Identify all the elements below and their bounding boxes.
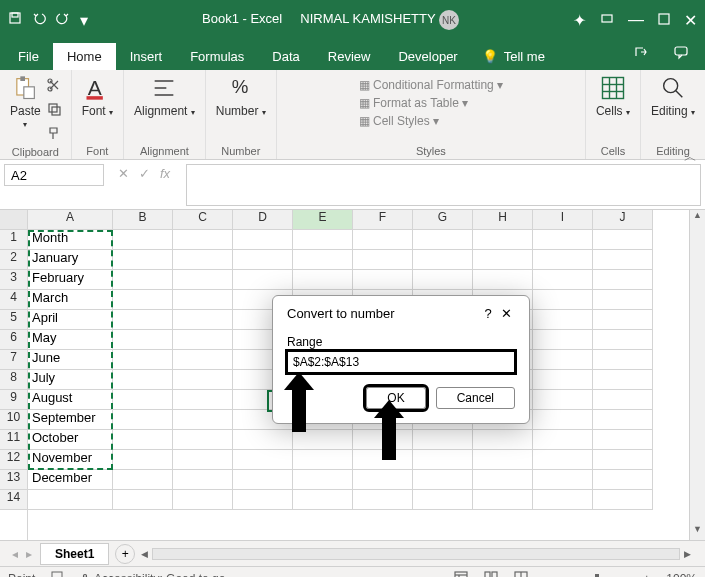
cell[interactable]: July — [28, 370, 113, 390]
range-input[interactable] — [287, 351, 515, 373]
zoom-level[interactable]: 100% — [666, 572, 697, 578]
cell[interactable] — [233, 230, 293, 250]
view-page-layout-icon[interactable] — [484, 571, 498, 577]
cell[interactable] — [293, 490, 353, 510]
cell[interactable] — [593, 390, 653, 410]
cell[interactable] — [533, 450, 593, 470]
magic-icon[interactable]: ✦ — [573, 11, 586, 30]
vertical-scrollbar[interactable]: ▲ ▼ — [689, 210, 705, 540]
row-header[interactable]: 12 — [0, 450, 27, 470]
cell[interactable] — [593, 470, 653, 490]
cell[interactable] — [113, 230, 173, 250]
column-header[interactable]: G — [413, 210, 473, 230]
view-page-break-icon[interactable] — [514, 571, 528, 577]
row-header[interactable]: 10 — [0, 410, 27, 430]
cell[interactable] — [113, 370, 173, 390]
row-header[interactable]: 1 — [0, 230, 27, 250]
cell-styles-button[interactable]: ▦ Cell Styles ▾ — [359, 114, 503, 128]
sheet-nav-next-icon[interactable]: ▸ — [22, 547, 40, 561]
font-button[interactable]: A Font ▾ — [82, 74, 113, 118]
cell[interactable] — [593, 250, 653, 270]
close-dialog-icon[interactable]: ✕ — [497, 306, 515, 321]
cell[interactable] — [353, 230, 413, 250]
cell[interactable] — [293, 470, 353, 490]
help-icon[interactable]: ? — [479, 306, 497, 321]
cell[interactable]: January — [28, 250, 113, 270]
name-box[interactable] — [4, 164, 104, 186]
row-header[interactable]: 6 — [0, 330, 27, 350]
save-icon[interactable] — [8, 11, 22, 29]
cell[interactable] — [533, 310, 593, 330]
qat-dropdown-icon[interactable]: ▾ — [80, 11, 88, 30]
zoom-out-icon[interactable]: − — [544, 572, 551, 578]
minimize-icon[interactable]: — — [628, 11, 644, 29]
cell[interactable]: April — [28, 310, 113, 330]
column-header[interactable]: H — [473, 210, 533, 230]
column-header[interactable]: A — [28, 210, 113, 230]
cell[interactable] — [413, 490, 473, 510]
row-header[interactable]: 13 — [0, 470, 27, 490]
cell[interactable] — [173, 350, 233, 370]
cell[interactable] — [533, 290, 593, 310]
cell[interactable] — [113, 490, 173, 510]
cell[interactable] — [413, 230, 473, 250]
cell[interactable] — [533, 270, 593, 290]
cell[interactable] — [113, 270, 173, 290]
column-header[interactable]: F — [353, 210, 413, 230]
cell[interactable] — [413, 470, 473, 490]
avatar[interactable]: NK — [439, 10, 459, 30]
column-header[interactable]: C — [173, 210, 233, 230]
cell[interactable] — [533, 330, 593, 350]
cell[interactable]: November — [28, 450, 113, 470]
cell[interactable] — [173, 450, 233, 470]
cell[interactable] — [293, 430, 353, 450]
conditional-formatting-button[interactable]: ▦ Conditional Formatting ▾ — [359, 78, 503, 92]
column-header[interactable]: J — [593, 210, 653, 230]
cell[interactable] — [233, 430, 293, 450]
column-header[interactable]: B — [113, 210, 173, 230]
sheet-nav-prev-icon[interactable]: ◂ — [8, 547, 22, 561]
cell[interactable] — [113, 350, 173, 370]
cell[interactable] — [293, 250, 353, 270]
cell[interactable]: February — [28, 270, 113, 290]
cell[interactable] — [533, 410, 593, 430]
cell[interactable]: March — [28, 290, 113, 310]
horizontal-scrollbar[interactable]: ◀▶ — [135, 548, 697, 560]
cell[interactable] — [533, 350, 593, 370]
cell[interactable] — [593, 450, 653, 470]
cell[interactable] — [173, 230, 233, 250]
tab-file[interactable]: File — [4, 43, 53, 70]
cell[interactable] — [113, 250, 173, 270]
cell[interactable] — [113, 430, 173, 450]
cell[interactable] — [533, 230, 593, 250]
cell[interactable] — [113, 470, 173, 490]
cell[interactable] — [593, 270, 653, 290]
column-header[interactable]: D — [233, 210, 293, 230]
cell[interactable]: May — [28, 330, 113, 350]
add-sheet-button[interactable]: + — [115, 544, 135, 564]
cell[interactable] — [113, 390, 173, 410]
tab-data[interactable]: Data — [258, 43, 313, 70]
cell[interactable] — [593, 410, 653, 430]
cell[interactable] — [593, 310, 653, 330]
editing-button[interactable]: Editing ▾ — [651, 74, 695, 118]
alignment-button[interactable]: Alignment ▾ — [134, 74, 195, 118]
undo-icon[interactable] — [32, 11, 46, 29]
cell[interactable]: August — [28, 390, 113, 410]
close-icon[interactable]: ✕ — [684, 11, 697, 30]
cell[interactable] — [173, 330, 233, 350]
cell[interactable] — [173, 250, 233, 270]
view-normal-icon[interactable] — [454, 571, 468, 577]
cell[interactable] — [473, 490, 533, 510]
cell[interactable] — [173, 430, 233, 450]
cell[interactable]: September — [28, 410, 113, 430]
cell[interactable] — [173, 470, 233, 490]
cell[interactable] — [173, 310, 233, 330]
tab-formulas[interactable]: Formulas — [176, 43, 258, 70]
tab-home[interactable]: Home — [53, 43, 116, 70]
tell-me[interactable]: 💡 Tell me — [472, 43, 555, 70]
format-painter-icon[interactable] — [47, 126, 61, 144]
cell[interactable] — [233, 270, 293, 290]
enter-formula-icon[interactable]: ✓ — [139, 166, 150, 181]
accessibility-status[interactable]: Accessibility: Good to go — [79, 572, 225, 578]
